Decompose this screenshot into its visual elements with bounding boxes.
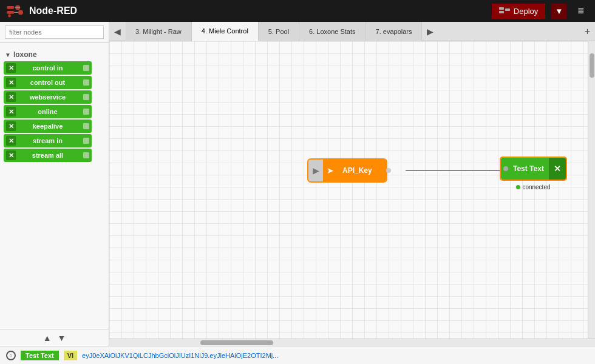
tab-milight[interactable]: 3. Milight - Raw (126, 22, 192, 41)
port-dot (83, 109, 89, 115)
chevron-icon: ▼ (5, 52, 11, 58)
list-item[interactable]: ✕ keepalive (4, 120, 105, 133)
inject-label-area: API_Key (338, 160, 386, 181)
testtext-node[interactable]: Test Text ✕ connected (501, 158, 566, 180)
inject-node[interactable]: ▶ ➤ API_Key (308, 160, 386, 181)
canvas-vertical-scrollbar[interactable] (588, 41, 595, 339)
category-loxone[interactable]: ▼ loxone (0, 48, 109, 60)
inject-label: API_Key (342, 166, 372, 175)
bottom-data-text: eyJ0eXAiOiJKV1QiLCJhbGciOiJIUzI1NiJ9.eyJ… (82, 352, 278, 359)
bottom-node-label: Test Text (21, 351, 59, 360)
menu-button[interactable]: ≡ (573, 2, 589, 20)
add-tab-button[interactable]: + (580, 24, 595, 39)
webservice-node[interactable]: ✕ webservice (4, 90, 92, 104)
online-node[interactable]: ✕ online (4, 105, 92, 118)
svg-rect-9 (505, 8, 510, 11)
sidebar-scroll-down[interactable]: ▼ (58, 333, 66, 343)
port-dot (83, 79, 89, 86)
tab-scroll-left[interactable]: ◀ (109, 24, 126, 39)
x-icon: ✕ (6, 78, 16, 87)
port-dot (83, 138, 89, 144)
svg-rect-7 (499, 7, 504, 10)
testtext-port-left (503, 166, 508, 171)
nodes-list: ▼ loxone ✕ control in ✕ control out (0, 43, 109, 329)
deploy-button[interactable]: Deploy (492, 4, 545, 19)
port-dot (83, 94, 89, 100)
tab-pool[interactable]: 5. Pool (259, 22, 299, 41)
sidebar-scroll-up[interactable]: ▲ (43, 333, 52, 343)
testtext-label: Test Text (508, 164, 549, 173)
x-icon: ✕ (6, 121, 16, 131)
bottom-node-icon: ○ (6, 351, 16, 360)
node-label: keepalive (33, 123, 63, 130)
node-label: control in (32, 64, 63, 72)
x-icon: ✕ (6, 107, 16, 116)
canvas-horizontal-scrollbar[interactable] (109, 339, 595, 346)
deploy-icon (499, 7, 510, 15)
node-label: webservice (30, 93, 66, 101)
app-title: Node-RED (29, 5, 77, 16)
node-label: control out (30, 79, 65, 86)
list-item[interactable]: ✕ webservice (4, 90, 105, 104)
vscroll-thumb (590, 53, 594, 78)
node-label: stream in (33, 137, 63, 144)
deploy-label: Deploy (514, 7, 538, 16)
svg-rect-1 (7, 11, 14, 14)
canvas-row: ▶ ➤ API_Key Test Text ✕ (109, 41, 595, 339)
list-item[interactable]: ✕ stream in (4, 134, 105, 147)
sidebar-bottom: ▲ ▼ (0, 329, 109, 346)
hscroll-thumb (200, 340, 273, 345)
list-item[interactable]: ✕ online (4, 105, 105, 118)
list-item[interactable]: ✕ stream all (4, 149, 105, 162)
tab-miele[interactable]: 4. Miele Control (192, 22, 259, 41)
testtext-x-icon: ✕ (549, 158, 566, 180)
testtext-body: Test Text ✕ connected (501, 158, 566, 180)
x-icon: ✕ (6, 150, 16, 160)
node-label: online (38, 108, 57, 115)
inject-trigger: ➤ (323, 160, 338, 181)
filter-nodes-input[interactable] (5, 25, 104, 39)
node-label: stream all (32, 152, 63, 159)
x-icon: ✕ (6, 92, 16, 102)
keepalive-node[interactable]: ✕ keepalive (4, 120, 92, 133)
node-status: connected (516, 184, 550, 190)
sidebar: ▼ loxone ✕ control in ✕ control out (0, 22, 109, 346)
x-icon: ✕ (6, 136, 16, 146)
content-area: ◀ 3. Milight - Raw 4. Miele Control 5. P… (109, 22, 595, 346)
tab-evapolars[interactable]: 7. evapolars (366, 22, 423, 41)
stream-all-node[interactable]: ✕ stream all (4, 149, 92, 162)
tabs-bar: ◀ 3. Milight - Raw 4. Miele Control 5. P… (109, 22, 595, 41)
stream-in-node[interactable]: ✕ stream in (4, 134, 92, 147)
svg-point-5 (18, 10, 23, 15)
logo-icon (6, 4, 25, 18)
list-item[interactable]: ✕ control out (4, 76, 105, 89)
x-icon: ✕ (6, 63, 16, 73)
svg-rect-8 (499, 11, 504, 13)
status-indicator (516, 185, 520, 189)
tab-scroll-right[interactable]: ▶ (422, 24, 438, 39)
port-dot (83, 123, 89, 129)
control-in-node[interactable]: ✕ control in (4, 61, 92, 75)
bottom-vi-badge: VI (64, 351, 77, 360)
deploy-dropdown-button[interactable]: ▼ (551, 4, 566, 19)
tab-loxone[interactable]: 6. Loxone Stats (299, 22, 365, 41)
canvas[interactable]: ▶ ➤ API_Key Test Text ✕ (109, 41, 588, 339)
list-item[interactable]: ✕ control in (4, 61, 105, 75)
app-logo: Node-RED (6, 4, 77, 18)
titlebar: Node-RED Deploy ▼ ≡ (0, 0, 595, 22)
port-dot (83, 65, 89, 71)
status-text: connected (522, 184, 550, 190)
control-out-node[interactable]: ✕ control out (4, 76, 92, 89)
bottom-panel: ○ Test Text VI eyJ0eXAiOiJKV1QiLCJhbGciO… (0, 346, 595, 364)
category-label: loxone (13, 50, 37, 59)
svg-rect-0 (7, 6, 14, 9)
svg-point-6 (8, 15, 11, 18)
filter-nodes-container (0, 22, 109, 43)
inject-port-left: ▶ (308, 160, 323, 181)
port-dot (83, 152, 89, 158)
